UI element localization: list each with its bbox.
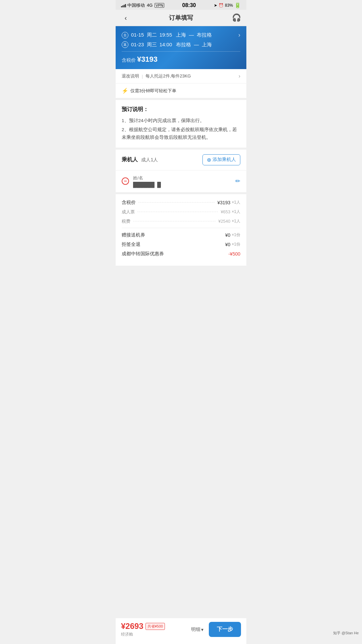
page-title: 订单填写: [169, 14, 193, 22]
price-label: 含税价: [122, 57, 136, 63]
passenger-title: 乘机人 成人1人: [122, 156, 158, 163]
booking-info-section: 预订说明： 1、预计24小时内完成出票，保障出行。 2、根据航空公司规定，请务必…: [116, 100, 246, 150]
lightning-icon: ⚡: [122, 88, 128, 94]
return-time: 14:00: [160, 42, 172, 47]
return-to: 上海: [202, 42, 212, 47]
price-row-tax: 税费 ¥2540 ×1人: [122, 218, 240, 224]
baggage-label: 每人托运2件,每件23KG: [145, 73, 191, 79]
outbound-time: 19:55: [160, 32, 172, 38]
policy-row[interactable]: 退改说明 | 每人托运2件,每件23KG ›: [116, 69, 246, 84]
price-value: ¥3193: [137, 55, 158, 63]
quick-note: ⚡ 仅需3分钟即可轻松下单: [116, 84, 246, 100]
passenger-label: 乘机人: [122, 157, 138, 162]
price-row-refund: 拒签全退 ¥0 ×1份: [122, 241, 240, 248]
signal-icon: [121, 3, 126, 7]
passenger-item: − 姓/名 ██████ █ ✏: [116, 170, 246, 194]
passenger-name-value: ██████ █: [133, 182, 235, 187]
price-row-coupon: 成都中转国际优惠券 -¥500: [122, 251, 240, 257]
header: ‹ 订单填写 🎧: [116, 10, 246, 26]
dotted-line-2: [133, 221, 216, 221]
price-multiplier-0: ×1人: [232, 200, 240, 205]
price-extra-right-1: ¥0 ×1份: [225, 241, 240, 247]
return-arrow: —: [194, 42, 199, 47]
location-icon: ➤: [214, 3, 217, 8]
return-from: 布拉格: [176, 42, 191, 47]
price-extra-label-1: 拒签全退: [122, 241, 140, 248]
return-date: 01-23: [131, 42, 144, 47]
edit-passenger-icon[interactable]: ✏: [235, 177, 240, 185]
price-row-adult: 成人票 ¥653 ×1人: [122, 209, 240, 215]
price-amount-0: ¥3193: [217, 200, 230, 205]
status-right: ➤ ⏰ 83% 🔋: [214, 2, 241, 8]
price-row-label-2: 税费: [122, 218, 130, 224]
carrier-label: 中国移动: [127, 2, 145, 8]
return-route: 01-23 周三 14:00 布拉格 — 上海: [131, 42, 240, 48]
outbound-weekday: 周二: [147, 32, 157, 38]
price-extra-amount-0: ¥0: [225, 232, 231, 238]
price-multiplier-1: ×1人: [232, 209, 240, 215]
service-button[interactable]: 🎧: [232, 13, 241, 22]
booking-info-line1: 1、预计24小时内完成出票，保障出行。: [122, 117, 240, 125]
flight-card: 去 01-15 周二 19:55 上海 — 布拉格 › 返 01-23 周三 1…: [116, 26, 246, 69]
battery-icon: 🔋: [234, 2, 241, 8]
price-row-shuttle: 赠接送机券 ¥0 ×1份: [122, 232, 240, 238]
add-icon: ⊕: [207, 157, 211, 163]
pipe-divider: |: [142, 74, 143, 79]
outbound-flight-row: 去 01-15 周二 19:55 上海 — 布拉格 ›: [122, 32, 240, 39]
outbound-date: 01-15: [131, 32, 144, 38]
price-row-label-0: 含税价: [122, 200, 136, 206]
return-flight-row: 返 01-23 周三 14:00 布拉格 — 上海: [122, 41, 240, 48]
outbound-from: 上海: [176, 32, 186, 38]
booking-info-line2: 2、根据航空公司规定，请务必按航班顺序依次乘机，若未乘坐前段航班会导致后段航班无…: [122, 126, 240, 142]
dotted-line-1: [137, 212, 218, 212]
price-multiplier-2: ×1人: [232, 218, 240, 224]
outbound-to: 布拉格: [197, 32, 212, 38]
quick-note-text: 仅需3分钟即可轻松下单: [130, 88, 176, 94]
price-row-label-1: 成人票: [122, 209, 135, 215]
outbound-arrow: —: [189, 32, 194, 38]
refund-label: 退改说明: [122, 73, 139, 79]
price-extra-multiplier-0: ×1份: [232, 232, 240, 238]
price-extra-right-0: ¥0 ×1份: [225, 232, 240, 238]
status-left: 中国移动 4G VPN: [121, 2, 164, 8]
status-time: 08:30: [182, 2, 196, 8]
remove-passenger-button[interactable]: −: [122, 177, 129, 185]
price-amount-1: ¥653: [221, 209, 230, 214]
passenger-name-label: 姓/名: [133, 175, 235, 181]
price-row-total: 含税价 ¥3193 ×1人: [122, 200, 240, 206]
add-passenger-button[interactable]: ⊕ 添加乘机人: [202, 154, 240, 165]
flight-price-row: 含税价 ¥3193: [122, 55, 240, 64]
network-label: 4G: [147, 3, 153, 8]
price-extra-amount-1: ¥0: [225, 242, 231, 247]
price-row-right-1: ¥653 ×1人: [221, 209, 240, 215]
booking-info-title: 预订说明：: [122, 106, 240, 113]
back-button[interactable]: ‹: [121, 13, 130, 22]
policy-arrow: ›: [239, 73, 240, 79]
alarm-icon: ⏰: [219, 3, 224, 8]
passenger-count: 成人1人: [141, 157, 158, 162]
price-extra-label-2: 成都中转国际优惠券: [122, 251, 164, 257]
price-extra-label-0: 赠接送机券: [122, 232, 145, 238]
passenger-header: 乘机人 成人1人 ⊕ 添加乘机人: [122, 154, 240, 165]
price-table: 含税价 ¥3193 ×1人 成人票 ¥653 ×1人 税费 ¥2540 ×1人 …: [116, 194, 246, 266]
passenger-name-section: 姓/名 ██████ █: [133, 175, 235, 187]
outbound-badge: 去: [122, 32, 128, 39]
return-badge: 返: [122, 41, 128, 48]
passenger-section: 乘机人 成人1人 ⊕ 添加乘机人: [116, 150, 246, 170]
flight-card-arrow: ›: [238, 32, 240, 39]
price-extra-right-2: -¥500: [228, 251, 240, 257]
battery-label: 83%: [225, 3, 233, 8]
price-extra-amount-2: -¥500: [228, 251, 240, 257]
booking-info-text: 1、预计24小时内完成出票，保障出行。 2、根据航空公司规定，请务必按航班顺序依…: [122, 117, 240, 142]
add-passenger-label: 添加乘机人: [213, 157, 236, 163]
price-extra-multiplier-1: ×1份: [232, 241, 240, 247]
price-row-right-0: ¥3193 ×1人: [217, 200, 240, 205]
vpn-label: VPN: [155, 3, 164, 8]
return-weekday: 周三: [147, 42, 157, 47]
status-bar: 中国移动 4G VPN 08:30 ➤ ⏰ 83% 🔋: [116, 0, 246, 10]
price-row-right-2: ¥2540 ×1人: [218, 218, 240, 224]
outbound-route: 01-15 周二 19:55 上海 — 布拉格: [131, 32, 238, 38]
price-amount-2: ¥2540: [218, 219, 230, 224]
dotted-line-0: [138, 202, 215, 203]
